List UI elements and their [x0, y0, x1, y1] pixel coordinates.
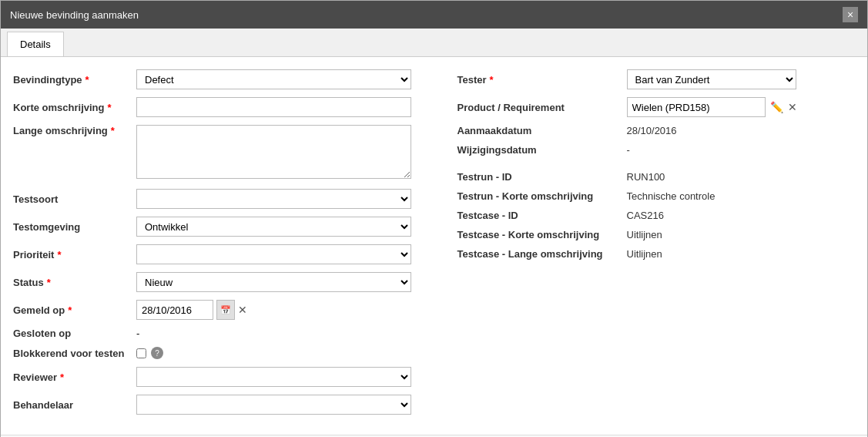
select-bevindingtype[interactable]: Defect: [136, 69, 411, 89]
label-gesloten-op: Gesloten op: [13, 328, 136, 339]
ctrl-lange-omschrijving: [136, 125, 411, 181]
row-prioriteit: Prioriteit*: [13, 244, 411, 264]
select-status[interactable]: Nieuw: [136, 272, 411, 292]
clear-product-icon[interactable]: ✕: [788, 101, 797, 113]
row-gesloten-op: Gesloten op -: [13, 328, 411, 339]
label-tester: Tester*: [457, 74, 627, 86]
close-button[interactable]: ×: [843, 7, 858, 22]
label-testrun-korte: Testrun - Korte omschrijving: [457, 190, 627, 202]
row-aanmaakdatum: Aanmaakdatum 28/10/2016: [457, 125, 856, 136]
ctrl-testomgeving: Ontwikkel: [136, 217, 411, 237]
label-testsoort: Testsoort: [13, 193, 136, 205]
right-column: Tester* Bart van Zundert Product / Requi…: [442, 69, 856, 422]
required-star-8: *: [490, 74, 494, 86]
calendar-button[interactable]: 📅: [216, 300, 235, 320]
label-reviewer: Reviewer*: [13, 371, 136, 383]
value-testcase-korte: Uitlijnen: [627, 229, 856, 240]
row-behandelaar: Behandelaar: [13, 395, 411, 415]
row-lange-omschrijving: Lange omschrijving*: [13, 125, 411, 181]
value-wijzigingsdatum: -: [627, 144, 856, 156]
row-testrun-korte: Testrun - Korte omschrijving Technische …: [457, 190, 856, 202]
checkbox-blokkerend[interactable]: [136, 348, 146, 358]
clear-date-button[interactable]: ✕: [238, 304, 247, 316]
row-product-requirement: Product / Requirement ✏️ ✕: [457, 97, 856, 117]
label-status: Status*: [13, 277, 136, 288]
label-testomgeving: Testomgeving: [13, 221, 136, 233]
row-wijzigingsdatum: Wijzigingsdatum -: [457, 144, 856, 156]
value-testcase-id: CAS216: [627, 210, 856, 221]
row-reviewer: Reviewer*: [13, 367, 411, 387]
label-korte-omschrijving: Korte omschrijving*: [13, 102, 136, 113]
value-testcase-lange: Uitlijnen: [627, 248, 856, 260]
ctrl-reviewer: [136, 367, 411, 387]
label-behandelaar: Behandelaar: [13, 399, 136, 411]
row-testcase-korte: Testcase - Korte omschrijving Uitlijnen: [457, 229, 856, 240]
label-testrun-id: Testrun - ID: [457, 171, 627, 183]
select-behandelaar[interactable]: [136, 395, 411, 415]
row-tester: Tester* Bart van Zundert: [457, 69, 856, 89]
required-star-7: *: [60, 371, 64, 383]
textarea-lange-omschrijving[interactable]: [136, 125, 411, 179]
label-wijzigingsdatum: Wijzigingsdatum: [457, 144, 627, 156]
label-testcase-lange: Testcase - Lange omschrijving: [457, 248, 627, 260]
select-reviewer[interactable]: [136, 367, 411, 387]
row-gemeld-op: Gemeld op* 📅 ✕: [13, 300, 411, 320]
label-bevindingtype: Bevindingtype*: [13, 74, 136, 86]
label-testcase-id: Testcase - ID: [457, 210, 627, 221]
select-testomgeving[interactable]: Ontwikkel: [136, 217, 411, 237]
label-gemeld-op: Gemeld op*: [13, 304, 136, 316]
tab-details[interactable]: Details: [7, 32, 64, 56]
row-testsoort: Testsoort: [13, 189, 411, 209]
label-blokkerend: Blokkerend voor testen: [13, 348, 136, 359]
ctrl-tester: Bart van Zundert: [627, 69, 856, 89]
edit-product-icon[interactable]: ✏️: [770, 101, 783, 113]
label-aanmaakdatum: Aanmaakdatum: [457, 125, 627, 136]
left-column: Bevindingtype* Defect Korte omschrijving…: [13, 69, 411, 422]
required-star: *: [85, 74, 89, 86]
label-prioriteit: Prioriteit*: [13, 249, 136, 261]
ctrl-prioriteit: [136, 244, 411, 264]
value-testrun-id: RUN100: [627, 171, 856, 183]
row-korte-omschrijving: Korte omschrijving*: [13, 97, 411, 117]
label-testcase-korte: Testcase - Korte omschrijving: [457, 229, 627, 240]
select-prioriteit[interactable]: [136, 244, 411, 264]
row-status: Status* Nieuw: [13, 272, 411, 292]
row-testcase-id: Testcase - ID CAS216: [457, 210, 856, 221]
ctrl-testsoort: [136, 189, 411, 209]
select-tester[interactable]: Bart van Zundert: [627, 69, 796, 89]
row-testrun-id: Testrun - ID RUN100: [457, 171, 856, 183]
row-testcase-lange: Testcase - Lange omschrijving Uitlijnen: [457, 248, 856, 260]
row-blokkerend: Blokkerend voor testen ?: [13, 347, 411, 359]
ctrl-blokkerend: ?: [136, 347, 411, 359]
dialog-header: Nieuwe bevinding aanmaken ×: [1, 1, 867, 29]
value-testrun-korte: Technische controle: [627, 190, 856, 202]
required-star-6: *: [68, 304, 72, 316]
ctrl-status: Nieuw: [136, 272, 411, 292]
label-product-requirement: Product / Requirement: [457, 102, 627, 113]
ctrl-bevindingtype: Defect: [136, 69, 411, 89]
dialog-title: Nieuwe bevinding aanmaken: [10, 9, 139, 21]
ctrl-gesloten-op: -: [136, 328, 411, 339]
value-gesloten-op: -: [136, 328, 139, 339]
ctrl-gemeld-op: 📅 ✕: [136, 300, 411, 320]
required-star-4: *: [57, 249, 61, 261]
help-icon[interactable]: ?: [151, 347, 163, 359]
select-testsoort[interactable]: [136, 189, 411, 209]
input-gemeld-op[interactable]: [136, 300, 213, 320]
label-lange-omschrijving: Lange omschrijving*: [13, 125, 136, 136]
row-bevindingtype: Bevindingtype* Defect: [13, 69, 411, 89]
required-star-3: *: [111, 125, 115, 136]
row-testomgeving: Testomgeving Ontwikkel: [13, 217, 411, 237]
input-product-requirement[interactable]: [627, 97, 766, 117]
required-star-2: *: [107, 102, 111, 113]
value-aanmaakdatum: 28/10/2016: [627, 125, 856, 136]
dialog: Nieuwe bevinding aanmaken × Details Bevi…: [0, 0, 868, 437]
required-star-5: *: [47, 277, 51, 288]
ctrl-korte-omschrijving: [136, 97, 411, 117]
tab-bar: Details: [1, 29, 867, 57]
ctrl-behandelaar: [136, 395, 411, 415]
dialog-body: Bevindingtype* Defect Korte omschrijving…: [1, 57, 867, 435]
input-korte-omschrijving[interactable]: [136, 97, 411, 117]
ctrl-product-requirement: ✏️ ✕: [627, 97, 856, 117]
